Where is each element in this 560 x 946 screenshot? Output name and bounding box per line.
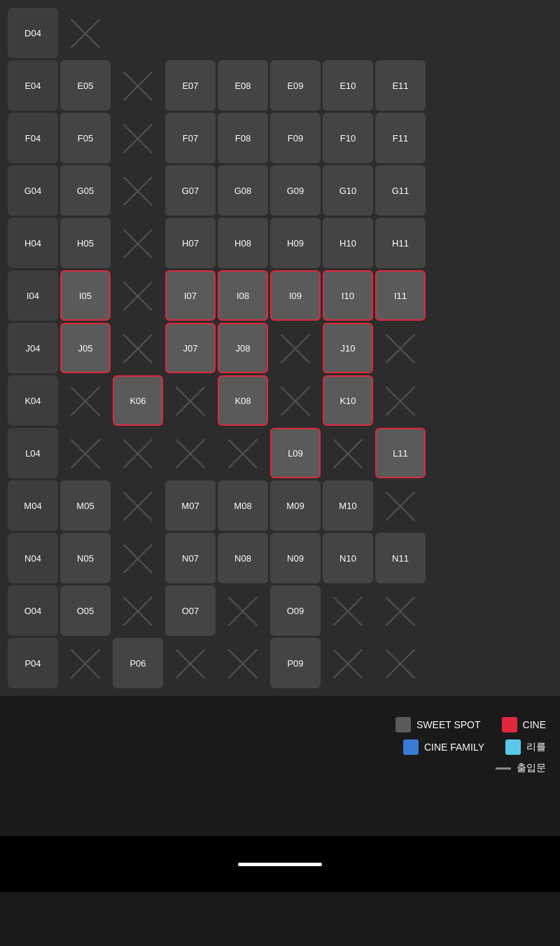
seat-e05[interactable]: E05 — [60, 60, 111, 111]
seat-blocked — [375, 585, 426, 636]
legend-sweet-spot: SWEET SPOT — [396, 717, 481, 732]
seat-e10[interactable]: E10 — [323, 60, 373, 111]
seat-k08[interactable]: K08 — [218, 375, 268, 426]
seat-g10[interactable]: G10 — [323, 165, 373, 216]
seat-m08[interactable]: M08 — [218, 480, 268, 531]
seat-n05[interactable]: N05 — [60, 533, 111, 583]
seat-p06[interactable]: P06 — [113, 638, 163, 688]
seat-n08[interactable]: N08 — [218, 533, 268, 583]
seat-g08[interactable]: G08 — [218, 165, 268, 216]
seat-n11[interactable]: N11 — [375, 533, 426, 583]
seat-m09[interactable]: M09 — [270, 480, 321, 531]
seat-n09[interactable]: N09 — [270, 533, 321, 583]
seat-cell — [60, 8, 111, 58]
seat-f11[interactable]: F11 — [375, 113, 426, 163]
row-label-e: E04 — [8, 60, 58, 111]
seat-h09[interactable]: H09 — [270, 218, 321, 268]
seat-blocked — [323, 428, 373, 478]
seat-o07[interactable]: O07 — [165, 585, 216, 636]
seat-blocked — [165, 375, 216, 426]
seat-blocked — [165, 428, 216, 478]
row-label-l: L04 — [8, 428, 58, 478]
seat-f07[interactable]: F07 — [165, 113, 216, 163]
entrance-label: 출입문 — [517, 762, 546, 774]
seat-blocked — [165, 638, 216, 688]
row-label-g: G04 — [8, 165, 58, 216]
seat-h05[interactable]: H05 — [60, 218, 111, 268]
seat-map-wrapper: D04 E04 E05 E07 E08 E09 E10 E11 — [0, 0, 560, 696]
table-row: D04 — [8, 8, 478, 58]
seat-i05[interactable]: I05 — [60, 270, 111, 321]
seat-h08[interactable]: H08 — [218, 218, 268, 268]
seat-g09[interactable]: G09 — [270, 165, 321, 216]
seat-o05[interactable]: O05 — [60, 585, 111, 636]
seat-e11[interactable]: E11 — [375, 60, 426, 111]
seat-n10[interactable]: N10 — [323, 533, 373, 583]
cine-icon — [502, 717, 517, 732]
table-row: N04 N05 N07 N08 N09 N10 N11 — [8, 533, 478, 583]
seat-j05[interactable]: J05 — [60, 323, 111, 373]
legend-row-2: CINE FAMILY 리를 — [403, 739, 546, 755]
seat-f09[interactable]: F09 — [270, 113, 321, 163]
row-label-k: K04 — [8, 375, 58, 426]
seat-n07[interactable]: N07 — [165, 533, 216, 583]
row-label-i: I04 — [8, 270, 58, 321]
seat-i09[interactable]: I09 — [270, 270, 321, 321]
cine-family-icon — [403, 739, 419, 755]
seat-k06[interactable]: K06 — [113, 375, 163, 426]
seat-j08[interactable]: J08 — [218, 323, 268, 373]
seat-blocked — [375, 323, 426, 373]
seat-f10[interactable]: F10 — [323, 113, 373, 163]
seat-k10[interactable]: K10 — [323, 375, 373, 426]
seat-empty — [428, 270, 478, 321]
seat-table: D04 E04 E05 E07 E08 E09 E10 E11 — [6, 6, 480, 690]
row-label-p: P04 — [8, 638, 58, 688]
legend-cine-family: CINE FAMILY — [403, 739, 484, 755]
cine-label: CINE — [523, 719, 546, 730]
row-label-j: J04 — [8, 323, 58, 373]
seat-i07[interactable]: I07 — [165, 270, 216, 321]
legend-area: SWEET SPOT CINE CINE FAMILY 리를 출입문 — [0, 696, 560, 836]
seat-i08[interactable]: I08 — [218, 270, 268, 321]
seat-f05[interactable]: F05 — [60, 113, 111, 163]
entrance-line-icon — [496, 767, 511, 770]
seat-m10[interactable]: M10 — [323, 480, 373, 531]
seat-g11[interactable]: G11 — [375, 165, 426, 216]
seat-blocked — [113, 113, 163, 163]
seat-j07[interactable]: J07 — [165, 323, 216, 373]
seat-p09[interactable]: P09 — [270, 638, 321, 688]
seat-empty — [428, 165, 478, 216]
seat-j10[interactable]: J10 — [323, 323, 373, 373]
seat-blocked — [218, 638, 268, 688]
table-row: M04 M05 M07 M08 M09 M10 — [8, 480, 478, 531]
seat-h07[interactable]: H07 — [165, 218, 216, 268]
seat-e09[interactable]: E09 — [270, 60, 321, 111]
seat-i10[interactable]: I10 — [323, 270, 373, 321]
seat-h11[interactable]: H11 — [375, 218, 426, 268]
seat-h10[interactable]: H10 — [323, 218, 373, 268]
seat-blocked — [323, 585, 373, 636]
seat-m05[interactable]: M05 — [60, 480, 111, 531]
seat-empty — [323, 8, 373, 58]
seat-blocked — [218, 585, 268, 636]
seat-g05[interactable]: G05 — [60, 165, 111, 216]
row-label-d: D04 — [8, 8, 58, 58]
legend-entrance: 출입문 — [496, 762, 546, 774]
table-row: H04 H05 H07 H08 H09 H10 H11 — [8, 218, 478, 268]
seat-m07[interactable]: M07 — [165, 480, 216, 531]
seat-l09[interactable]: L09 — [270, 428, 321, 478]
cine-family-label: CINE FAMILY — [424, 742, 484, 753]
seat-empty — [428, 428, 478, 478]
seat-empty — [428, 375, 478, 426]
seat-blocked — [375, 375, 426, 426]
seat-g07[interactable]: G07 — [165, 165, 216, 216]
seat-o09[interactable]: O09 — [270, 585, 321, 636]
recall-label: 리를 — [526, 741, 546, 753]
seat-blocked — [60, 375, 111, 426]
seat-f08[interactable]: F08 — [218, 113, 268, 163]
seat-i11[interactable]: I11 — [375, 270, 426, 321]
seat-l11[interactable]: L11 — [375, 428, 426, 478]
seat-e07[interactable]: E07 — [165, 60, 216, 111]
seat-e08[interactable]: E08 — [218, 60, 268, 111]
seat-empty — [428, 8, 478, 58]
